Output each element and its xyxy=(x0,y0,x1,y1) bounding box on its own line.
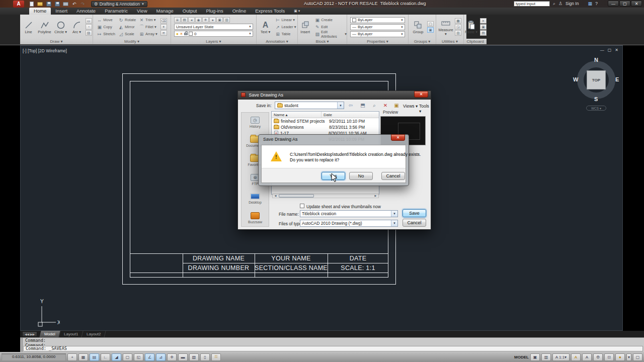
linetype-dropdown[interactable]: — ByLayer▼ xyxy=(350,31,405,37)
hatch-tool-icon[interactable]: ▨ xyxy=(86,30,92,36)
up-one-level-icon[interactable]: ⬒ xyxy=(359,102,367,109)
search-binoculars-icon[interactable]: ⌕ xyxy=(553,1,555,7)
workspace-dropdown[interactable]: ⚙ Drafting & Annotation ▼ xyxy=(91,1,147,7)
arc-button[interactable]: Arc ▾ xyxy=(69,20,85,34)
panel-label-layers[interactable]: Layers ▾ xyxy=(171,39,256,44)
layer-properties-icon[interactable]: ≣ xyxy=(174,17,181,23)
status-menu-arrow-icon[interactable]: ▾ xyxy=(626,353,631,361)
copy-button[interactable]: ▣Copy xyxy=(97,24,115,30)
ellipse-tool-icon[interactable]: ◔ xyxy=(86,24,92,30)
search-input[interactable] xyxy=(514,1,550,7)
confirm-close-button[interactable]: ✕ xyxy=(391,134,405,141)
annotation-visibility-icon[interactable]: A xyxy=(571,353,581,361)
polar-toggle[interactable]: ◢ xyxy=(112,353,121,361)
fillet-button[interactable]: ⌒Fillet ▾ xyxy=(139,24,157,30)
rotate-button[interactable]: ↻Rotate xyxy=(118,17,136,23)
undo-icon[interactable]: ↶ xyxy=(71,1,77,7)
insert-block-button[interactable]: Insert xyxy=(298,20,312,34)
file-row[interactable]: OldVersions 8/23/2011 3:56 PM xyxy=(272,124,379,130)
quick-select-icon[interactable]: ▦ xyxy=(455,18,461,24)
group-edit-icon[interactable]: ▣ xyxy=(427,27,434,33)
polyline-button[interactable]: Polyline xyxy=(37,20,52,34)
tab-output[interactable]: Output xyxy=(178,8,202,15)
tab-home[interactable]: Home xyxy=(29,8,51,15)
layout-nav-arrows[interactable]: ◀◀ ▶▶ xyxy=(22,331,37,337)
quick-calc-icon[interactable]: ◲ xyxy=(455,24,461,30)
panel-label-block[interactable]: Block ▾ xyxy=(298,39,347,44)
osnap3d-toggle[interactable]: ◱ xyxy=(134,353,143,361)
erase-tool-icon[interactable]: ⌫ xyxy=(160,18,167,24)
coordinates-readout[interactable]: 0.6311, 10.8058, 0.0000 xyxy=(2,353,66,360)
tab-parametric[interactable]: Parametric xyxy=(100,8,132,15)
command-window-grip[interactable] xyxy=(20,338,23,352)
layer-match-icon[interactable]: ▤ xyxy=(181,17,188,23)
doc-minimize-icon[interactable]: — xyxy=(600,48,604,52)
circle-button[interactable]: Circle ▾ xyxy=(53,20,68,34)
scrollbar-thumb[interactable] xyxy=(279,194,314,198)
viewcube-north[interactable]: N xyxy=(594,57,598,63)
wcs-dropdown[interactable]: WCS ▾ xyxy=(586,106,606,111)
tab-layout2[interactable]: Layout2 xyxy=(82,331,107,337)
object-color-dropdown[interactable]: ByLayer▼ xyxy=(350,17,405,23)
autocad-menu-button[interactable]: A xyxy=(13,1,24,8)
file-row[interactable]: finished STEM projects 9/2/2011 10:10 PM xyxy=(272,118,379,124)
drawing-quickview-icon[interactable]: ▥ xyxy=(541,353,551,361)
linear-dimension-button[interactable]: ⊢Linear ▾ xyxy=(275,17,296,23)
layer-isolate-icon[interactable]: ◉ xyxy=(195,17,202,23)
file-name-input[interactable]: Titleblock creation ▼ xyxy=(300,210,398,217)
dialog-cancel-button[interactable]: Cancel xyxy=(403,219,426,227)
doc-close-icon[interactable]: ✕ xyxy=(615,48,618,52)
place-history[interactable]: ◷History xyxy=(242,113,269,132)
panel-label-annotation[interactable]: Annotation ▾ xyxy=(257,39,297,44)
exchange-icon[interactable]: ▦ xyxy=(588,1,592,6)
ribbon-state-toggle-icon[interactable]: ▣ ▾ xyxy=(289,8,304,15)
scale-button[interactable]: ◿Scale xyxy=(118,31,136,37)
array-button[interactable]: ⊞Array ▾ xyxy=(139,31,157,37)
snap-toggle[interactable]: ▦ xyxy=(78,353,88,361)
lineweight-dropdown[interactable]: — ByLayer▼ xyxy=(350,24,405,30)
save-dialog-close-button[interactable]: ✕ xyxy=(414,91,428,98)
layer-off-icon[interactable]: ● xyxy=(209,17,216,23)
viewport-controls-label[interactable]: [-] [Top] [2D Wireframe] xyxy=(23,48,67,53)
tab-online[interactable]: Online xyxy=(228,8,251,15)
plot-icon[interactable] xyxy=(62,1,69,7)
help-icon[interactable]: ? xyxy=(595,1,598,6)
grid-toggle[interactable]: ▤ xyxy=(90,353,99,361)
paste-button[interactable]: Paste ▾ xyxy=(464,20,478,34)
tab-layout1[interactable]: Layout1 xyxy=(59,331,84,337)
panel-label-draw[interactable]: Draw ▾ xyxy=(20,39,93,44)
text-button[interactable]: A Text ▾ xyxy=(258,20,273,34)
edit-attributes-button[interactable]: ▧Edit Attributes ▾ xyxy=(314,31,347,37)
back-icon[interactable]: ⇦ xyxy=(347,102,355,109)
ducs-toggle[interactable]: ⊿ xyxy=(156,353,166,361)
tools-dropdown[interactable]: Tools ▾ xyxy=(419,104,431,114)
scroll-right-icon[interactable]: ▶ xyxy=(373,194,378,198)
line-button[interactable]: Line xyxy=(21,20,36,34)
tab-express-tools[interactable]: Express Tools xyxy=(251,8,289,15)
layout-quickview-icon[interactable]: ▣ xyxy=(530,353,540,361)
open-file-icon[interactable] xyxy=(37,1,43,7)
delete-icon[interactable]: ✕ xyxy=(381,102,389,109)
close-button[interactable]: ✕ xyxy=(631,1,642,7)
dyn-input-toggle[interactable]: ✛ xyxy=(167,353,177,361)
column-header-date[interactable]: Date xyxy=(321,112,332,118)
autoscale-icon[interactable]: A xyxy=(582,353,592,361)
viewcube-south[interactable]: S xyxy=(594,96,598,102)
files-of-type-dropdown[interactable]: AutoCAD 2010 Drawing (*.dwg) ▼ xyxy=(300,220,398,227)
new-folder-icon[interactable]: ▣ xyxy=(392,102,400,109)
redo-icon[interactable]: ↷ xyxy=(79,1,86,7)
save-in-dropdown[interactable]: student ▼ xyxy=(275,102,344,109)
save-as-icon[interactable] xyxy=(54,1,60,7)
panel-label-clipboard[interactable]: Clipboard xyxy=(464,39,487,44)
search-web-icon[interactable]: ⌕ xyxy=(370,102,378,109)
measure-button[interactable]: Measure ▾ xyxy=(438,18,453,36)
command-input[interactable]: Command: _SAVEAS xyxy=(23,346,643,351)
table-button[interactable]: ⊞Table xyxy=(275,31,296,37)
quick-properties-toggle[interactable]: ▯ xyxy=(200,353,210,361)
save-dialog-titlebar[interactable]: Save Drawing As xyxy=(238,91,431,100)
tab-view[interactable]: View xyxy=(132,8,151,15)
layer-state-dropdown[interactable]: Unsaved Layer State▼ xyxy=(174,24,253,30)
tab-annotate[interactable]: Annotate xyxy=(72,8,100,15)
layer-walk-icon[interactable]: ▥ xyxy=(223,17,230,23)
layer-dropdown[interactable]: ● ☀ 0 ▼ xyxy=(174,31,253,37)
